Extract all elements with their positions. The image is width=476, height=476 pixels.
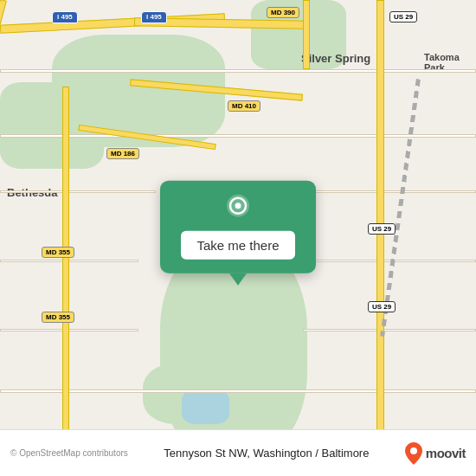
location-pin-icon (222, 193, 254, 224)
moovit-text: moovit (426, 446, 466, 460)
info-bar: © OpenStreetMap contributors Tennyson St… (0, 429, 476, 476)
road-h4 (303, 190, 476, 193)
location-label: Tennyson St NW, Washington / Baltimore (135, 447, 398, 460)
badge-md186: MD 186 (106, 148, 139, 159)
attribution-text: © OpenStreetMap contributors (10, 448, 128, 458)
road-h7 (0, 329, 138, 331)
road-us29 (376, 0, 384, 433)
badge-us29-2: US 29 (368, 223, 396, 235)
road-h3 (0, 190, 156, 193)
road-md390 (303, 0, 310, 69)
badge-md355-1: MD 355 (42, 247, 74, 258)
popup-card: Take me there (160, 181, 316, 273)
take-me-there-button[interactable]: Take me there (181, 231, 294, 260)
badge-md410: MD 410 (228, 100, 261, 112)
water-area-1 (182, 389, 229, 424)
moovit-pin-icon (405, 442, 422, 465)
map-container: Bethesda Silver Spring TakomaPark I 495 … (0, 0, 476, 476)
road-h1 (0, 69, 476, 73)
road-md355 (62, 87, 69, 433)
badge-md355-2: MD 355 (42, 312, 74, 323)
road-h8 (303, 329, 476, 331)
badge-i495-2: I 495 (141, 11, 167, 23)
badge-md390: MD 390 (267, 7, 299, 18)
moovit-logo: moovit (405, 442, 466, 465)
badge-us29-1: US 29 (389, 11, 417, 23)
badge-us29-3: US 29 (368, 301, 396, 312)
svg-point-2 (235, 203, 241, 209)
road-h9 (0, 389, 476, 393)
road-h5 (0, 260, 138, 262)
badge-i495-1: I 495 (52, 11, 78, 23)
road-h2 (0, 134, 476, 138)
svg-point-3 (410, 447, 417, 454)
road-h6 (303, 260, 476, 262)
